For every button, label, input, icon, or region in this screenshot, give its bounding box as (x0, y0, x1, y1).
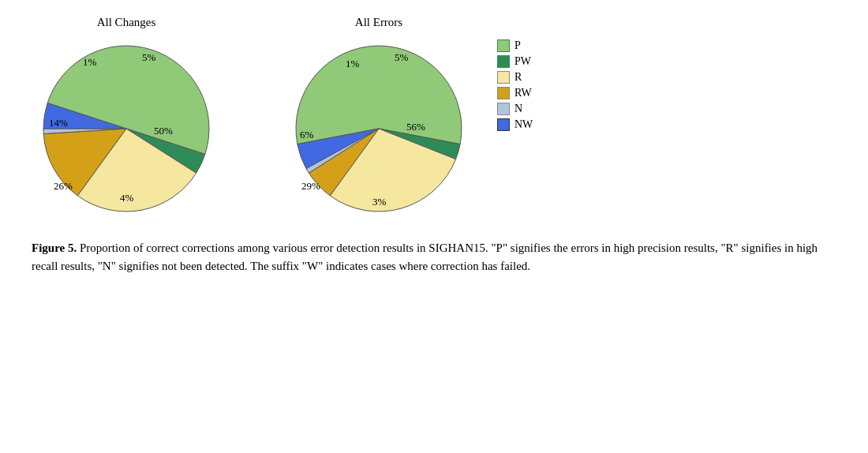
chart-all-changes: All Changes 50%4%26%14%1%5% (32, 16, 221, 223)
legend-swatch (497, 39, 510, 52)
legend-label: RW (514, 87, 532, 99)
legend-item: PW (497, 55, 533, 68)
figure-label: Figure 5. (32, 241, 77, 254)
legend-label: R (514, 71, 522, 84)
page-container: All Changes 50%4%26%14%1%5% All Errors 5… (0, 0, 868, 290)
legend-item: RW (497, 87, 533, 99)
legend-swatch (497, 55, 510, 68)
chart-title-all-changes: All Changes (97, 16, 156, 29)
legend-label: PW (514, 55, 531, 68)
pie-all-errors: 56%3%29%6%1%5% (284, 34, 473, 223)
legend: PPWRRWNNW (497, 39, 533, 131)
pie-all-changes: 50%4%26%14%1%5% (32, 34, 221, 223)
legend-swatch (497, 87, 510, 99)
chart-all-errors: All Errors 56%3%29%6%1%5% (284, 16, 473, 223)
legend-label: N (514, 103, 522, 115)
legend-swatch (497, 71, 510, 84)
figure-caption: Figure 5. Proportion of correct correcti… (32, 239, 836, 275)
charts-row: All Changes 50%4%26%14%1%5% All Errors 5… (32, 16, 836, 223)
legend-item: R (497, 71, 533, 84)
legend-label: P (514, 39, 521, 52)
legend-item: P (497, 39, 533, 52)
legend-item: N (497, 103, 533, 115)
legend-swatch (497, 103, 510, 115)
legend-item: NW (497, 118, 533, 131)
legend-swatch (497, 118, 510, 131)
chart-title-all-errors: All Errors (355, 16, 402, 29)
legend-label: NW (514, 118, 533, 131)
caption-text: Proportion of correct corrections among … (32, 241, 817, 272)
